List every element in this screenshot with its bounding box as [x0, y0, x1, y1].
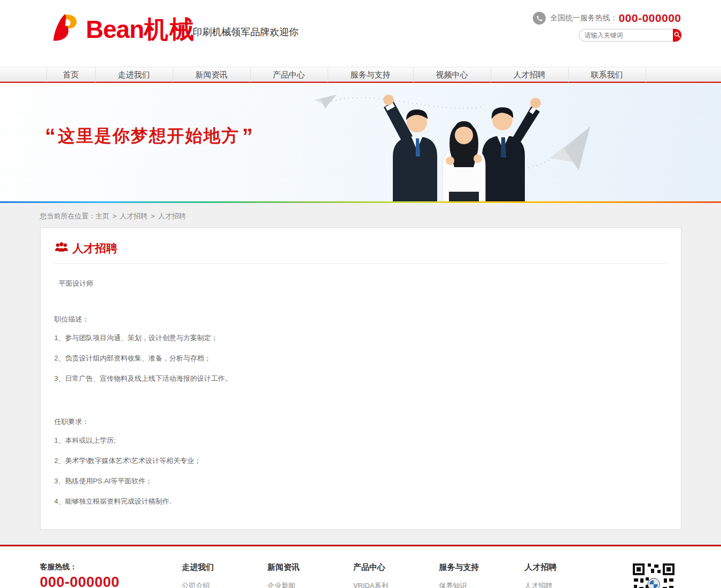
job-desc-item: 3、日常广告、宣传物料及线上线下活动海报的设计工作。 — [55, 372, 667, 385]
breadcrumb-current: 人才招聘 — [158, 212, 186, 220]
header-hotline: 全国统一服务热线： 000-000000 — [533, 12, 681, 25]
job-desc-item: 1、参与团队项目沟通、策划，设计创意与方案制定； — [55, 331, 667, 344]
nav-item-products[interactable]: 产品中心 — [251, 67, 328, 82]
search-button[interactable] — [673, 29, 681, 42]
footer-hotline-title: 客服热线： — [40, 562, 182, 572]
breadcrumb: 您当前所在位置：主页>人才招聘>人才招聘 — [40, 203, 681, 228]
footer-link[interactable]: 企业新闻 — [268, 581, 353, 588]
footer-col-news: 新闻资讯 企业新闻 媒体新闻 — [268, 562, 353, 588]
footer-col-title[interactable]: 走进我们 — [182, 562, 267, 573]
footer-link[interactable]: 人才招聘 — [525, 581, 610, 588]
job-body: 平面设计师 职位描述： 1、参与团队项目沟通、策划，设计创意与方案制定； 2、负… — [55, 279, 667, 508]
breadcrumb-home-link[interactable]: 主页 — [96, 212, 110, 220]
footer-link[interactable]: 保养知识 — [439, 581, 524, 588]
business-people — [383, 95, 541, 201]
nav-item-video[interactable]: 视频中心 — [414, 67, 491, 82]
header-tagline: · 印刷机械领军品牌欢迎你 — [187, 26, 299, 38]
logo-icon — [50, 12, 86, 47]
phone-icon — [533, 12, 546, 25]
hero-banner: “ 这里是你梦想开始地方 ” — [0, 83, 721, 201]
page-title: 人才招聘 — [73, 241, 118, 256]
nav-item-about[interactable]: 走进我们 — [96, 67, 173, 82]
footer-col-jobs: 人才招聘 人才招聘 — [525, 562, 610, 588]
footer-col-service: 服务与支持 保养知识 技术文章 成功案例 — [439, 562, 524, 588]
footer: 客服热线： 000-000000 全天24小时咨询热线，也可以通过 微信加我们为… — [0, 546, 721, 588]
logo[interactable]: Bean机械 — [50, 12, 195, 47]
breadcrumb-label: 您当前所在位置： — [40, 212, 96, 220]
footer-col-title[interactable]: 产品中心 — [353, 562, 439, 573]
search-bar — [579, 29, 681, 42]
footer-hotline-block: 客服热线： 000-000000 全天24小时咨询热线，也可以通过 微信加我们为… — [40, 562, 182, 588]
nav-item-contact[interactable]: 联系我们 — [569, 67, 646, 82]
footer-qr-block: 扫描二维码 — [626, 562, 681, 588]
job-card-header: 人才招聘 — [55, 241, 667, 264]
breadcrumb-jobs-link[interactable]: 人才招聘 — [120, 212, 148, 220]
footer-link[interactable]: VRIDA系列 — [353, 581, 439, 588]
content-section: 您当前所在位置：主页>人才招聘>人才招聘 人才招聘 平面设计师 — [0, 203, 721, 546]
footer-col-title[interactable]: 新闻资讯 — [268, 562, 353, 573]
nav-item-news[interactable]: 新闻资讯 — [173, 67, 251, 82]
footer-col-about: 走进我们 公司介绍 董事长致辞 企业文化 资质荣誉 发展历程 — [182, 562, 267, 588]
search-icon — [673, 31, 681, 40]
job-req-heading: 任职要求： — [55, 417, 667, 427]
job-req-item: 3、熟练使用PS.AI等平面软件； — [55, 474, 667, 488]
job-req-item: 1、本科或以上学历; — [55, 434, 667, 447]
footer-col-products: 产品中心 VRIDA系列 INOVA系列 FG系列 — [353, 562, 439, 588]
people-group-icon — [55, 242, 68, 255]
hotline-number: 000-000000 — [618, 12, 681, 25]
footer-col-title[interactable]: 服务与支持 — [439, 562, 524, 573]
main-nav: 首页 走进我们 新闻资讯 产品中心 服务与支持 视频中心 人才招聘 联系我们 — [0, 67, 721, 83]
job-req-item: 4、能够独立根据资料完成设计稿制作. — [55, 495, 667, 508]
footer-col-title[interactable]: 人才招聘 — [525, 562, 610, 573]
footer-link[interactable]: 公司介绍 — [182, 581, 267, 588]
search-input[interactable] — [579, 29, 673, 42]
header: Bean机械 · 印刷机械领军品牌欢迎你 全国统一服务热线： 000-00000… — [0, 0, 721, 67]
hotline-label: 全国统一服务热线： — [550, 13, 617, 23]
logo-text: Bean机械 — [86, 12, 195, 47]
nav-item-home[interactable]: 首页 — [46, 67, 96, 82]
job-req-item: 2、美术学\数字媒体艺术\艺术设计等相关专业； — [55, 454, 667, 467]
nav-item-service[interactable]: 服务与支持 — [328, 67, 414, 82]
job-position: 平面设计师 — [59, 279, 667, 288]
job-card: 人才招聘 平面设计师 职位描述： 1、参与团队项目沟通、策划，设计创意与方案制定… — [40, 228, 681, 530]
nav-item-jobs[interactable]: 人才招聘 — [491, 67, 569, 82]
footer-hotline-number: 000-000000 — [40, 574, 182, 588]
job-desc-heading: 职位描述： — [55, 315, 667, 324]
job-desc-item: 2、负责设计组内部资料收集、准备，分析与存档； — [55, 351, 667, 365]
banner-slogan: “ 这里是你梦想开始地方 ” — [45, 124, 253, 148]
